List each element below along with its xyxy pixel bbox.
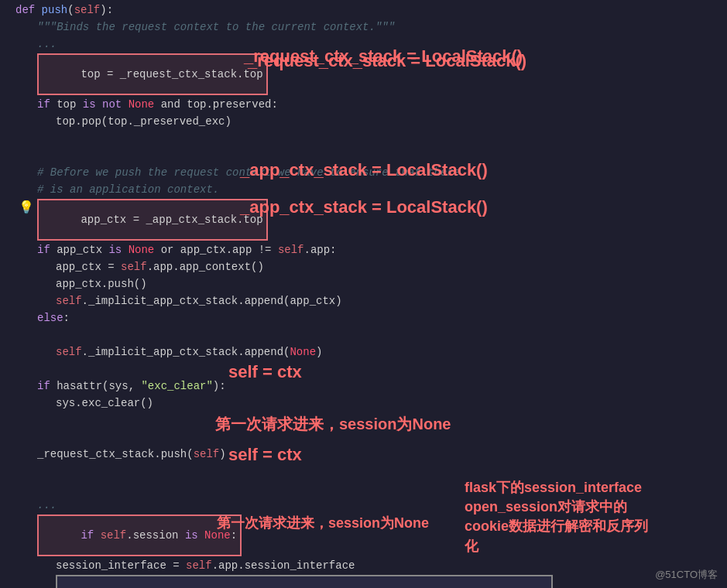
code-container: def push(self): """Binds the request con…	[0, 0, 727, 588]
code-line-blank4	[0, 361, 727, 378]
annotation-app-ctx-label: _app_ctx_stack = LocalStack()	[240, 160, 488, 180]
code-line-2: """Binds the request context to the curr…	[0, 19, 727, 36]
annotation-session-label: 第一次请求进来，session为None	[215, 414, 451, 435]
function-name: push	[42, 4, 68, 16]
code-line-20: if hasattr(sys, "exc_clear"):	[0, 378, 727, 395]
highlight-app-ctx-line: app_ctx = _app_ctx_stack.top	[37, 199, 268, 241]
code-line-6: top.pop(top._preserved_exc)	[0, 113, 727, 130]
annotation-request-ctx-label: _request_ctx_stack = LocalStack()	[244, 46, 523, 67]
highlight-session-line: if self.session is None:	[37, 514, 242, 556]
highlight-top-line: top = _request_ctx_stack.top	[37, 53, 268, 95]
code-line-21: sys.exc_clear()	[0, 395, 727, 412]
code-line-14: app_ctx.push()	[0, 275, 727, 292]
code-line-5: if top is not None and top.preserved:	[0, 96, 727, 113]
code-line-16: else:	[0, 309, 727, 326]
code-line-30: self.session = session_interface.open_se…	[0, 574, 727, 588]
code-line-10: # is an application context.	[0, 181, 727, 198]
annotation-app-ctx-stack: _app_ctx_stack = LocalStack()	[240, 197, 488, 217]
code-line-11: 💡 app_ctx = _app_ctx_stack.top _app_ctx_…	[0, 198, 727, 241]
annotation-self-label: self = ctx	[228, 362, 302, 382]
code-line-29: session_interface = self.app.session_int…	[0, 557, 727, 574]
code-line-blank1	[0, 130, 727, 147]
code-line-1: def push(self):	[0, 2, 727, 19]
annotation-session-none: 第一次请求进来，session为None	[217, 514, 429, 532]
keyword-def: def	[15, 4, 42, 16]
code-line-blank7	[0, 463, 727, 480]
code-line-18: self._implicit_app_ctx_stack.append(None…	[0, 344, 727, 361]
code-line-15: self._implicit_app_ctx_stack.append(app_…	[0, 292, 727, 309]
bulb-icon: 💡	[19, 200, 34, 215]
code-line-13: app_ctx = self.app.app_context()	[0, 258, 727, 275]
highlight-open-session-line: self.session = session_interface.open_se…	[56, 575, 553, 588]
annotation-open-session-label: flask下的session_interface open_session对请求…	[465, 478, 648, 556]
code-line-24: _request_ctx_stack.push(self) self = ctx	[0, 446, 727, 463]
code-line-12: if app_ctx is None or app_ctx.app != sel…	[0, 241, 727, 258]
watermark: @51CTO博客	[655, 568, 718, 582]
code-line-blank3	[0, 326, 727, 344]
